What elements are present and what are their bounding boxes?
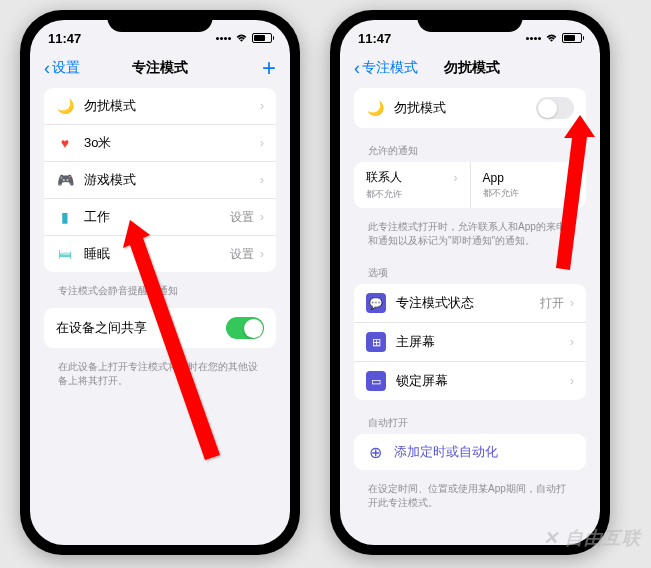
focus-status-row[interactable]: 💬 专注模式状态 打开 › [354,284,586,323]
mode-label: 勿扰模式 [84,97,260,115]
back-button[interactable]: ‹ 设置 [44,58,104,79]
mode-label: 3o米 [84,134,260,152]
heart-icon: ♥ [56,134,74,152]
notch [108,10,213,32]
chevron-right-icon: › [454,171,458,185]
contacts-label: 联系人 [366,169,402,186]
status-value: 打开 [540,295,564,312]
moon-icon: 🌙 [56,97,74,115]
bed-icon: 🛏 [56,245,74,263]
signal-icon [526,37,541,40]
add-button[interactable]: + [216,56,276,80]
auto-header: 自动打开 [354,408,586,434]
annotation-arrow-right [520,105,620,285]
wifi-icon [235,33,248,43]
chevron-right-icon: › [570,374,574,388]
moon-icon: 🌙 [366,99,384,117]
home-label: 主屏幕 [396,333,570,351]
back-label: 设置 [52,59,80,77]
add-schedule-label: 添加定时或自动化 [394,443,574,461]
back-button[interactable]: ‹ 专注模式 [354,58,418,79]
dnd-label: 勿扰模式 [394,99,536,117]
apps-label: App [483,171,504,185]
chevron-right-icon: › [260,136,264,150]
chevron-left-icon: ‹ [44,58,50,79]
battery-icon [252,33,272,43]
chevron-right-icon: › [260,173,264,187]
home-icon: ⊞ [366,332,386,352]
page-title: 专注模式 [104,59,216,77]
lock-icon: ▭ [366,371,386,391]
chevron-right-icon: › [260,247,264,261]
status-label: 专注模式状态 [396,294,540,312]
nav-bar: ‹ 设置 专注模式 + [30,52,290,88]
auto-footer: 在设定时间、位置或使用某App期间，自动打开此专注模式。 [354,478,586,520]
annotation-arrow-left [115,210,235,470]
status-time: 11:47 [358,31,391,46]
home-screen-row[interactable]: ⊞ 主屏幕 › [354,323,586,362]
svg-marker-1 [556,115,595,270]
lock-label: 锁定屏幕 [396,372,570,390]
options-group: 💬 专注模式状态 打开 › ⊞ 主屏幕 › ▭ 锁定屏幕 › [354,284,586,400]
chevron-right-icon: › [260,99,264,113]
chevron-right-icon: › [260,210,264,224]
briefcase-icon: ▮ [56,208,74,226]
add-schedule-row[interactable]: ⊕ 添加定时或自动化 [354,434,586,470]
contacts-button[interactable]: 联系人 › 都不允许 [354,162,471,208]
signal-icon [216,37,231,40]
chevron-right-icon: › [570,296,574,310]
mode-label: 游戏模式 [84,171,260,189]
status-icon: 💬 [366,293,386,313]
status-indicators [526,33,582,43]
mode-game[interactable]: 🎮 游戏模式 › [44,162,276,199]
chevron-right-icon: › [570,335,574,349]
status-indicators [216,33,272,43]
battery-icon [562,33,582,43]
svg-marker-0 [123,220,220,460]
status-time: 11:47 [48,31,81,46]
notch [418,10,523,32]
mode-dnd[interactable]: 🌙 勿扰模式 › [44,88,276,125]
wifi-icon [545,33,558,43]
contacts-sub: 都不允许 [366,188,458,201]
game-icon: 🎮 [56,171,74,189]
lock-screen-row[interactable]: ▭ 锁定屏幕 › [354,362,586,400]
auto-group: ⊕ 添加定时或自动化 [354,434,586,470]
plus-circle-icon: ⊕ [366,443,384,461]
chevron-left-icon: ‹ [354,58,360,79]
nav-bar: ‹ 专注模式 勿扰模式 [340,52,600,88]
watermark: ✕ 自由互联 [543,526,641,550]
page-title: 勿扰模式 [418,59,526,77]
mode-30m[interactable]: ♥ 3o米 › [44,125,276,162]
back-label: 专注模式 [362,59,418,77]
